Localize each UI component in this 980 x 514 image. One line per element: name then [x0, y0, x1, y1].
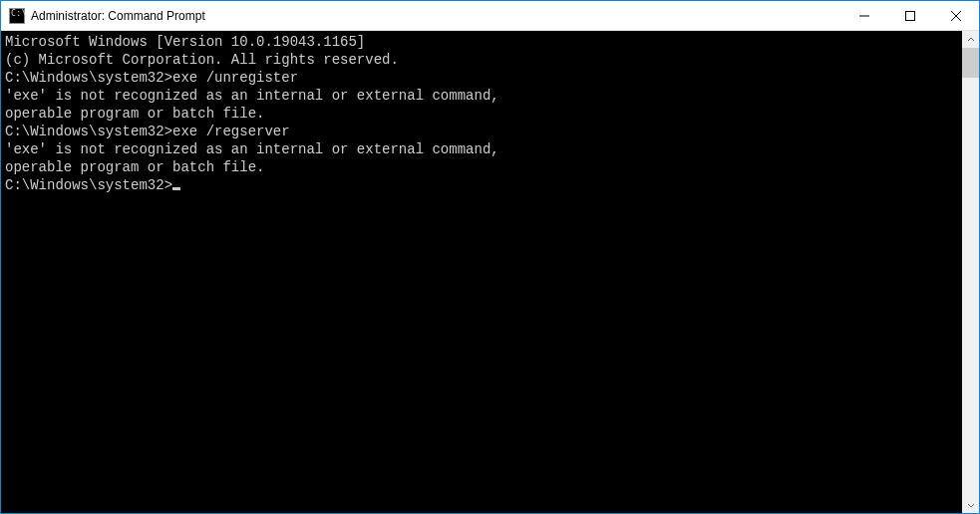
chevron-down-icon [967, 501, 975, 509]
console-line: C:\Windows\system32> [5, 176, 960, 194]
scroll-down-button[interactable] [962, 496, 979, 513]
console-line: 'exe' is not recognized as an internal o… [5, 140, 960, 158]
close-button[interactable] [933, 1, 979, 30]
chevron-up-icon [967, 36, 975, 44]
text-cursor [172, 187, 180, 190]
window-title: Administrator: Command Prompt [31, 9, 841, 23]
client-area: Microsoft Windows [Version 10.0.19043.11… [1, 31, 979, 513]
console-output[interactable]: Microsoft Windows [Version 10.0.19043.11… [1, 31, 962, 513]
close-icon [951, 11, 961, 21]
console-line: Microsoft Windows [Version 10.0.19043.11… [5, 33, 960, 51]
minimize-button[interactable] [841, 1, 887, 30]
command-prompt-window: C:\ Administrator: Command Prompt [0, 0, 980, 514]
console-line: C:\Windows\system32>exe /unregister [5, 69, 960, 87]
console-line: operable program or batch file. [5, 105, 960, 123]
console-line: 'exe' is not recognized as an internal o… [5, 87, 960, 105]
vertical-scrollbar[interactable] [962, 31, 979, 513]
scroll-up-button[interactable] [962, 31, 979, 48]
minimize-icon [859, 11, 869, 21]
console-line: C:\Windows\system32>exe /regserver [5, 123, 960, 140]
maximize-button[interactable] [887, 1, 933, 30]
cmd-icon: C:\ [9, 8, 25, 24]
scrollbar-track[interactable] [962, 48, 979, 496]
titlebar[interactable]: C:\ Administrator: Command Prompt [1, 1, 979, 31]
window-controls [841, 1, 979, 30]
console-line: operable program or batch file. [5, 158, 960, 176]
scrollbar-thumb[interactable] [962, 48, 979, 78]
svg-rect-1 [906, 11, 915, 20]
maximize-icon [905, 11, 915, 21]
console-line: (c) Microsoft Corporation. All rights re… [5, 51, 960, 69]
